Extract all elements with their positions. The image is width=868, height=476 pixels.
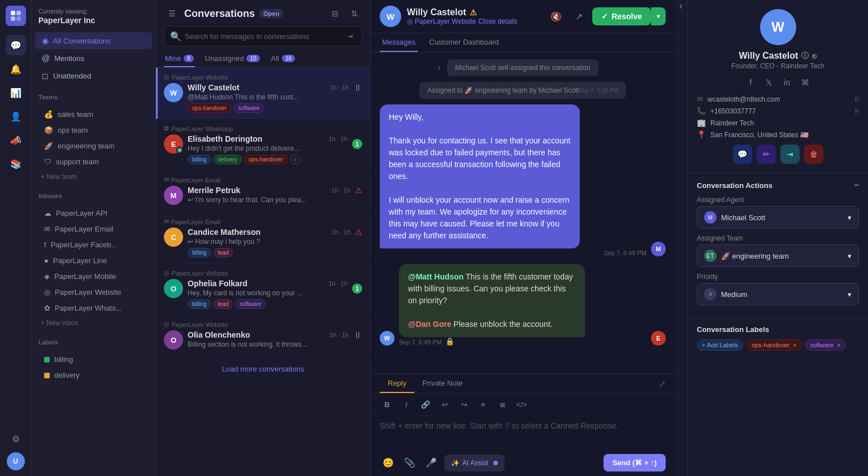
filter-button[interactable]: ⊟ [327, 6, 343, 21]
add-label-button[interactable]: + Add Labels [697, 339, 743, 351]
nav-help-icon[interactable]: 📚 [6, 154, 26, 174]
sidebar-toggle-button[interactable]: ☰ [164, 6, 180, 21]
mobile-icon: ◈ [44, 272, 50, 281]
italic-button[interactable]: I [399, 397, 414, 412]
tab-unassigned[interactable]: Unassigned 10 [204, 51, 261, 67]
tab-customer-dashboard[interactable]: Customer Dashboard [427, 33, 501, 52]
sidebar-item-delivery[interactable]: delivery [35, 368, 152, 383]
sidebar-item-billing[interactable]: billing [35, 352, 152, 367]
priority-select[interactable]: ⏸ Medium ▾ [697, 283, 859, 305]
sidebar-item-whatsapp[interactable]: ✿ PaperLayer Whats... [35, 300, 152, 316]
search-input[interactable] [185, 32, 340, 41]
new-inbox-label: + New inbox [41, 319, 78, 327]
sidebar-item-mobile[interactable]: ◈ PaperLayer Mobile [35, 269, 152, 284]
conv-right-icons: 1 [352, 134, 362, 149]
twitter-social-icon[interactable]: 𝕏 [762, 76, 776, 89]
company-name: PaperLayer Inc [38, 16, 149, 25]
external-link-icon[interactable]: ⎋ [812, 52, 817, 60]
sidebar-item-label: ops team [58, 126, 88, 134]
sidebar-item-api[interactable]: ☁ PaperLayer API [35, 206, 152, 221]
nav-contacts-icon[interactable]: 👤 [6, 106, 26, 126]
nav-notifications-icon[interactable]: 🔔 [6, 59, 26, 79]
nav-campaigns-icon[interactable]: 📣 [6, 130, 26, 150]
avatar[interactable]: U [7, 452, 25, 470]
facebook-social-icon[interactable]: f [744, 76, 758, 89]
ai-assist-button[interactable]: ✨ AI Assist [444, 455, 505, 471]
mention-dan: @Dan Gore [408, 320, 452, 329]
redo-button[interactable]: ↪ [457, 397, 471, 412]
github-social-icon[interactable]: ⌘ [798, 76, 812, 89]
system-message-bubble: Assigned to 🚀 engineering team by Michae… [419, 82, 626, 99]
more-tags[interactable]: › [290, 155, 301, 164]
linkedin-social-icon[interactable]: in [780, 76, 794, 89]
search-expand-button[interactable]: ⇥ [344, 30, 356, 42]
new-team-button[interactable]: + New team [32, 170, 155, 184]
delete-action-button[interactable]: 🗑 [804, 145, 823, 164]
send-button[interactable]: Send (⌘ + ↑) [604, 454, 666, 471]
sidebar-item-support[interactable]: 🛡 support team [35, 154, 152, 169]
labels-label: Labels [32, 333, 155, 348]
bold-button[interactable]: B [380, 397, 394, 412]
nav-settings-icon[interactable]: ⚙ [6, 429, 26, 449]
close-details-link[interactable]: Close details [479, 18, 518, 25]
ordered-list-button[interactable]: ≣ [495, 397, 510, 412]
source-icon: ✿ [164, 125, 169, 132]
resolve-button[interactable]: ✓ Resolve [592, 7, 651, 25]
list-item[interactable]: ◎ PaperLayer Website O Ophelia Folkard 1… [156, 264, 370, 315]
list-item[interactable]: ✉ PaperLayer Email C Candice Matherson 1… [156, 212, 370, 264]
compose-tab-reply[interactable]: Reply [380, 374, 414, 393]
mute-button[interactable]: 🔇 [547, 7, 565, 25]
sidebar-item-email[interactable]: ✉ PaperLayer Email [35, 221, 152, 237]
tab-messages[interactable]: Messages [380, 33, 418, 52]
sidebar-item-ops[interactable]: 📦 ops team [35, 123, 152, 138]
tab-all[interactable]: All 16 [270, 51, 297, 67]
assigned-team-select[interactable]: ET 🚀 engineering team ▾ [697, 244, 859, 267]
sidebar-item-mentions[interactable]: @ Mentions [35, 50, 152, 67]
emoji-button[interactable]: 😊 [380, 455, 397, 471]
list-item[interactable]: ◎ PaperLayer Website W Willy Castelot 1h… [156, 68, 370, 119]
sidebar-item-engineering[interactable]: 🚀 engineering team [35, 138, 152, 154]
sort-button[interactable]: ⇅ [346, 6, 362, 21]
compose-area[interactable]: Shift + enter for new line. Start with '… [371, 416, 675, 449]
list-item[interactable]: ✿ PaperLayer Whatsapp E ✓ Elisabeth Deri… [156, 119, 370, 171]
search-bar[interactable]: 🔍 ⇥ [164, 26, 362, 46]
undo-button[interactable]: ↩ [437, 397, 452, 412]
compose-tab-private-note[interactable]: Private Note [414, 374, 471, 393]
collapse-button[interactable]: − [854, 180, 859, 190]
expand-panel-button[interactable]: ‹ [675, 0, 687, 476]
right-panel: W Willy Castelot ⓘ ⎋ Founder, CEO - Rain… [687, 0, 868, 476]
expand-icon[interactable]: › [438, 64, 440, 72]
message-action-button[interactable]: 💬 [733, 145, 752, 164]
sidebar-item-facebook[interactable]: f PaperLayer Faceb... [35, 237, 152, 252]
sidebar-item-line[interactable]: ● PaperLayer Line [35, 253, 152, 268]
copy-email-button[interactable]: ⎘ [855, 95, 859, 103]
tab-mine[interactable]: Mine 6 [164, 51, 195, 67]
remove-software-label-button[interactable]: × [837, 342, 840, 348]
sidebar-item-website[interactable]: ◎ PaperLayer Website [35, 285, 152, 300]
bullet-list-button[interactable]: ≡ [476, 397, 491, 412]
audio-button[interactable]: 🎤 [423, 455, 440, 471]
edit-action-button[interactable]: ✏ [757, 145, 776, 164]
code-button[interactable]: </> [514, 397, 529, 412]
sidebar-item-sales[interactable]: 💰 sales team [35, 107, 152, 122]
list-item[interactable]: ✉ PaperLayer Email M Merrile Petruk 1h ·… [156, 171, 370, 212]
remove-ops-label-button[interactable]: × [793, 342, 796, 348]
attachment-button[interactable]: 📎 [401, 455, 418, 471]
nav-conversations-icon[interactable]: 💬 [6, 35, 26, 55]
sidebar-item-all-conversations[interactable]: ◉ All Conversations [35, 32, 152, 49]
copy-phone-button[interactable]: ⎘ [855, 107, 859, 115]
assigned-agent-label: Assigned Agent [697, 196, 859, 204]
new-inbox-button[interactable]: + New inbox [32, 316, 155, 330]
load-more-button[interactable]: Load more conversations [156, 357, 370, 381]
forward-button[interactable]: ↗ [570, 7, 588, 25]
nav-reports-icon[interactable]: 📊 [6, 82, 26, 103]
assigned-agent-select[interactable]: M Michael Scott ▾ [697, 206, 859, 229]
info-icon[interactable]: ⓘ [801, 51, 809, 61]
compose-expand-button[interactable]: ⤢ [659, 374, 666, 393]
lock-icon[interactable]: 🔒 [445, 337, 454, 346]
link-button[interactable]: 🔗 [418, 397, 433, 412]
resolve-dropdown-button[interactable]: ▾ [651, 7, 666, 25]
sidebar-item-unattended[interactable]: ◻ Unattended [35, 67, 152, 84]
forward-action-button[interactable]: ⇥ [780, 145, 800, 164]
list-item[interactable]: ◎ PaperLayer Website O Olia Olenchenko 1… [156, 315, 370, 357]
